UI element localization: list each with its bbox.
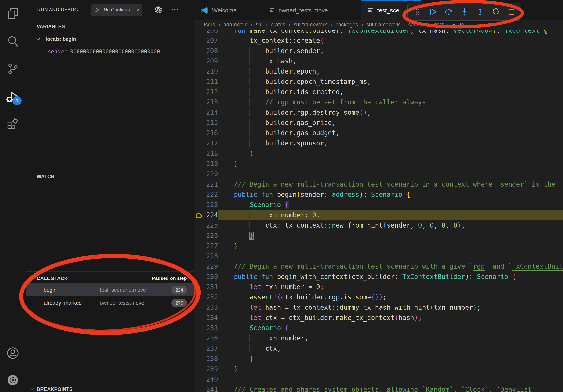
- line-number[interactable]: 232: [194, 292, 218, 302]
- code-line[interactable]: 218 ): [194, 148, 563, 159]
- code-line[interactable]: 208 builder.sender,: [194, 46, 563, 56]
- line-number[interactable]: 209: [194, 56, 218, 66]
- call-stack-frame[interactable]: begin test_scenario.move 224: [26, 283, 194, 297]
- start-debugging-icon[interactable]: [91, 4, 102, 16]
- line-number[interactable]: 212: [194, 87, 218, 97]
- variable-row[interactable]: sender = 0000000000000000000000000000…: [26, 46, 194, 57]
- line-number[interactable]: 218: [194, 148, 218, 159]
- code-line[interactable]: 240: [194, 374, 563, 384]
- breakpoints-section-header[interactable]: BREAKPOINTS: [26, 384, 194, 392]
- code-line[interactable]: 235 Scenario {: [194, 323, 563, 333]
- line-number[interactable]: 214: [194, 107, 218, 118]
- code-line[interactable]: 233 let hash = tx_context::dummy_tx_hash…: [194, 302, 563, 313]
- step-into-button[interactable]: [458, 5, 471, 18]
- code-line[interactable]: 219 }: [194, 159, 563, 169]
- code-line[interactable]: 221 /// Begin a new multi-transaction te…: [194, 179, 563, 189]
- code-line[interactable]: 232 assert!(ctx_builder.rgp.is_some());: [194, 292, 563, 302]
- line-number[interactable]: 238: [194, 354, 218, 364]
- line-number[interactable]: 231: [194, 282, 218, 292]
- line-number[interactable]: 240: [194, 374, 218, 384]
- breadcrumb-item[interactable]: adamwelc: [223, 22, 248, 28]
- call-stack-section-header[interactable]: CALL STACK Paused on step: [26, 273, 194, 284]
- breadcrumb-item[interactable]: sui-framework: [366, 22, 400, 28]
- code-line[interactable]: 220: [194, 169, 563, 179]
- search-icon[interactable]: [6, 34, 20, 49]
- locals-scope-row[interactable]: locals: begin: [26, 34, 194, 45]
- breadcrumb-item[interactable]: packages: [335, 22, 358, 28]
- step-over-button[interactable]: [442, 5, 455, 18]
- debug-configuration-dropdown[interactable]: No Configura: [91, 4, 142, 16]
- line-number[interactable]: 233: [194, 302, 218, 313]
- code-line[interactable]: 207 tx_context::create(: [194, 36, 563, 46]
- line-number[interactable]: 222: [194, 189, 218, 200]
- account-icon[interactable]: [6, 346, 20, 360]
- line-number[interactable]: 228: [194, 251, 218, 261]
- code-line[interactable]: 216 builder.gas_budget,: [194, 128, 563, 138]
- code-line[interactable]: 209 tx_hash,: [194, 56, 563, 66]
- continue-button[interactable]: [427, 5, 439, 18]
- code-line[interactable]: 224 txn_number: 0,: [194, 210, 563, 220]
- line-number[interactable]: 230: [194, 272, 218, 282]
- code-line[interactable]: 225 ctx: tx_context::new_from_hint(sende…: [194, 220, 563, 231]
- code-line[interactable]: 206 fun make_tx_context(builder: TxConte…: [194, 30, 563, 36]
- line-number[interactable]: 223: [194, 200, 218, 210]
- line-number[interactable]: 226: [194, 231, 218, 241]
- line-number[interactable]: 237: [194, 343, 218, 354]
- restart-button[interactable]: [490, 5, 502, 18]
- line-number[interactable]: 225: [194, 220, 218, 231]
- code-line[interactable]: 228: [194, 251, 563, 261]
- line-number[interactable]: 216: [194, 128, 218, 138]
- variables-section-header[interactable]: VARIABLES: [26, 21, 194, 32]
- code-line[interactable]: 239 }: [194, 364, 563, 374]
- breadcrumb-item[interactable]: sui: [256, 22, 263, 28]
- line-number[interactable]: 229: [194, 261, 218, 272]
- line-number[interactable]: 217: [194, 138, 218, 148]
- line-number[interactable]: 213: [194, 97, 218, 107]
- run-and-debug-icon[interactable]: 1: [6, 90, 20, 104]
- code-line[interactable]: 229 /// Begin a new multi-transaction te…: [194, 261, 563, 272]
- line-number[interactable]: 234: [194, 313, 218, 323]
- code-line[interactable]: 223 Scenario {: [194, 200, 563, 210]
- stop-button[interactable]: [505, 5, 518, 18]
- code-line[interactable]: 226 }: [194, 231, 563, 241]
- code-line[interactable]: 211 builder.epoch_timestamp_ms,: [194, 77, 563, 87]
- code-line[interactable]: 214 builder.rgp.destroy_some(),: [194, 107, 563, 118]
- line-number[interactable]: 210: [194, 66, 218, 77]
- line-number[interactable]: 220: [194, 169, 218, 179]
- code-line[interactable]: 238 }: [194, 354, 563, 364]
- breadcrumb-item[interactable]: Users: [201, 22, 215, 28]
- watch-section-header[interactable]: WATCH: [26, 171, 194, 182]
- tab-welcome[interactable]: Welcome: [194, 0, 262, 20]
- line-number[interactable]: 221: [194, 179, 218, 189]
- more-actions-icon[interactable]: ···: [171, 6, 180, 14]
- line-number[interactable]: 239: [194, 364, 218, 374]
- code-line[interactable]: 222 public fun begin(sender: address): S…: [194, 189, 563, 200]
- code-line[interactable]: 227 }: [194, 241, 563, 251]
- breadcrumb-item[interactable]: sources: [408, 22, 427, 28]
- line-number[interactable]: 219: [194, 159, 218, 169]
- breadcrumb-item[interactable]: test: [435, 22, 444, 28]
- code-line[interactable]: 212 builder.ids_created,: [194, 87, 563, 97]
- gear-icon[interactable]: [154, 5, 163, 14]
- line-number[interactable]: 207: [194, 36, 218, 46]
- code-line[interactable]: 210 builder.epoch,: [194, 66, 563, 77]
- code-line[interactable]: 241 /// Creates and shares system object…: [194, 384, 563, 392]
- line-number[interactable]: 235: [194, 323, 218, 333]
- call-stack-frame[interactable]: already_marked owned_tests.move 275: [26, 297, 194, 310]
- line-number[interactable]: 236: [194, 333, 218, 343]
- code-line[interactable]: 231 let txn_number = 0;: [194, 282, 563, 292]
- breadcrumb-item[interactable]: crates: [271, 22, 285, 28]
- step-out-button[interactable]: [474, 5, 486, 18]
- breadcrumb-item[interactable]: sui-framework: [294, 22, 327, 28]
- source-control-icon[interactable]: [6, 61, 20, 76]
- tab-owned-tests[interactable]: owned_tests.move: [262, 0, 361, 20]
- code-line[interactable]: 213 // rgp must be set from the caller a…: [194, 97, 563, 107]
- extensions-icon[interactable]: [6, 117, 20, 131]
- line-number[interactable]: 208: [194, 46, 218, 56]
- line-number[interactable]: 211: [194, 77, 218, 87]
- drag-handle[interactable]: [411, 5, 423, 18]
- code-line[interactable]: 215 builder.gas_price,: [194, 118, 563, 128]
- line-number[interactable]: 241: [194, 384, 218, 392]
- code-line[interactable]: 237 ctx,: [194, 343, 563, 354]
- code-line[interactable]: 234 let ctx = ctx_builder.make_tx_contex…: [194, 313, 563, 323]
